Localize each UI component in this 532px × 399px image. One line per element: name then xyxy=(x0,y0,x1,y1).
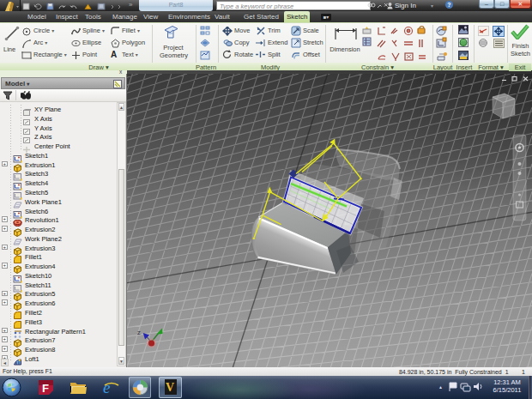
svg-text:Z: Z xyxy=(137,330,141,336)
svg-text:V: V xyxy=(166,381,174,394)
svg-text:e: e xyxy=(103,378,110,396)
svg-text:F: F xyxy=(42,382,49,395)
